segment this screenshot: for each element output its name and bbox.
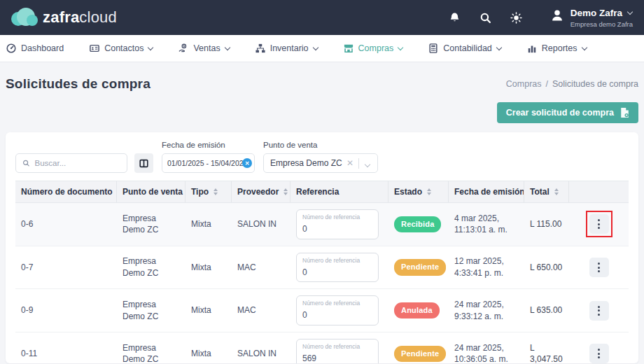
col-header-actions	[569, 181, 629, 202]
sitemap-icon	[255, 43, 265, 53]
breadcrumb-separator: /	[546, 79, 548, 89]
status-badge: Recibida	[394, 216, 441, 232]
nav-item-compras[interactable]: Compras	[344, 43, 403, 53]
status-badge: Pendiente	[394, 259, 446, 275]
cell-proveedor: MAC	[232, 262, 290, 274]
search-icon	[22, 159, 30, 167]
create-purchase-request-button[interactable]: Crear solicitud de compra	[497, 102, 638, 123]
page-title: Solicitudes de compra	[6, 76, 150, 92]
cell-total: L 635.00	[524, 304, 569, 316]
reference-input[interactable]: Número de referencia0	[296, 209, 379, 239]
app-logo[interactable]: zafracloud	[11, 8, 117, 27]
nav-item-reportes[interactable]: Reportes	[527, 43, 587, 53]
chevron-down-icon	[312, 44, 318, 50]
theme-sun-icon[interactable]	[510, 10, 524, 24]
chevron-down-icon	[398, 44, 403, 50]
cell-proveedor: SALON IN	[232, 218, 290, 230]
columns-toggle-button[interactable]	[134, 153, 153, 173]
store-icon	[344, 43, 354, 53]
nav-item-dashboard[interactable]: Dashboard	[6, 43, 64, 53]
col-header-proveedor[interactable]: Proveedor	[232, 181, 290, 202]
gauge-icon	[6, 43, 16, 53]
search-icon[interactable]	[479, 10, 493, 24]
cell-total: L 3,047.50	[524, 342, 569, 363]
cell-fecha: 4 mar 2025, 11:13:01 a. m.	[449, 213, 524, 237]
cell-fecha: 12 mar 2025, 4:33:41 p. m.	[449, 255, 524, 279]
table-columns-icon	[139, 159, 148, 168]
row-actions-kebab-button[interactable]	[589, 214, 609, 234]
breadcrumb: Compras / Solicitudes de compra	[506, 79, 638, 89]
reference-input[interactable]: Número de referencia569	[296, 339, 379, 363]
cell-punto-venta: Empresa Demo ZC	[117, 255, 186, 279]
sort-icon	[554, 186, 559, 197]
reference-input[interactable]: Número de referencia0	[296, 295, 379, 326]
date-range-input[interactable]: 01/01/2025 - 15/04/2025 ✕	[162, 153, 255, 173]
id-card-icon	[90, 43, 99, 53]
nav-item-inventario[interactable]: Inventario	[255, 43, 318, 53]
purchase-requests-card: Fecha de emisión 01/01/2025 - 15/04/2025…	[6, 132, 638, 363]
hand-dollar-icon	[178, 43, 188, 53]
cell-proveedor: SALON IN	[232, 348, 290, 360]
nav-item-ventas[interactable]: Ventas	[178, 43, 229, 53]
cloud-logo-icon	[11, 8, 38, 27]
col-header-punto-venta[interactable]: Punto de venta	[117, 181, 186, 202]
pos-select[interactable]: Empresa Demo ZC ✕	[263, 153, 378, 173]
status-badge: Anulada	[394, 302, 440, 318]
table-header-row: Número de documento Punto de venta Tipo …	[15, 181, 629, 203]
cell-proveedor: MAC	[232, 304, 290, 316]
user-name: Demo Zafra	[570, 8, 622, 18]
row-actions-kebab-button[interactable]	[589, 258, 609, 277]
breadcrumb-current: Solicitudes de compra	[552, 79, 638, 89]
user-company: Empresa demo Zafra	[570, 20, 633, 28]
table-row: 0-11 Empresa Demo ZC Mixta SALON IN Núme…	[15, 332, 629, 363]
cell-total: L 115.00	[524, 218, 569, 230]
row-actions-kebab-button[interactable]	[589, 301, 609, 321]
cell-fecha: 24 mar 2025, 10:36:05 a. m.	[449, 342, 524, 363]
chevron-down-icon	[581, 44, 587, 50]
main-nav: Dashboard Contactos Ventas Inventario Co…	[0, 35, 644, 62]
nav-item-contactos[interactable]: Contactos	[90, 43, 153, 53]
col-header-estado[interactable]: Estado	[388, 181, 449, 202]
red-highlight-annotation	[586, 211, 612, 237]
cell-documento: 0-7	[15, 262, 117, 274]
calculator-icon	[428, 43, 438, 53]
clear-pos-icon[interactable]: ✕	[345, 158, 358, 168]
bell-icon[interactable]	[448, 10, 462, 24]
sort-icon	[284, 186, 288, 197]
col-header-total[interactable]: Total	[524, 181, 569, 202]
cell-tipo: Mixta	[186, 262, 232, 274]
table-row: 0-6 Empresa Demo ZC Mixta SALON IN Númer…	[15, 203, 629, 246]
cell-documento: 0-11	[15, 348, 117, 360]
cell-punto-venta: Empresa Demo ZC	[117, 213, 186, 237]
breadcrumb-compras[interactable]: Compras	[506, 79, 542, 89]
row-actions-kebab-button[interactable]	[589, 344, 609, 363]
sort-icon	[427, 186, 431, 197]
col-header-tipo[interactable]: Tipo	[186, 181, 232, 202]
col-header-referencia: Referencia	[290, 181, 388, 202]
chevron-down-icon	[148, 44, 153, 50]
cell-documento: 0-6	[15, 218, 117, 230]
cell-fecha: 24 mar 2025, 9:33:12 a. m.	[449, 299, 524, 323]
nav-item-contabilidad[interactable]: Contabilidad	[428, 43, 501, 53]
chevron-down-icon	[627, 8, 633, 14]
table-row: 0-7 Empresa Demo ZC Mixta MAC Número de …	[15, 246, 629, 290]
col-header-fecha[interactable]: Fecha de emisión	[449, 181, 524, 202]
user-avatar-icon	[550, 8, 564, 25]
bar-chart-icon	[527, 43, 537, 53]
file-plus-icon	[620, 108, 629, 118]
status-badge: Pendiente	[394, 346, 446, 362]
brand-name: zafracloud	[43, 8, 117, 27]
cell-tipo: Mixta	[186, 218, 232, 230]
date-filter-label: Fecha de emisión	[162, 141, 255, 149]
chevron-down-icon	[496, 44, 502, 50]
search-input-wrapper	[15, 153, 127, 173]
col-header-documento[interactable]: Número de documento	[15, 181, 117, 202]
reference-input[interactable]: Número de referencia0	[296, 253, 379, 283]
pos-filter-label: Punto de venta	[263, 141, 378, 149]
clear-date-icon[interactable]: ✕	[242, 158, 252, 168]
cell-tipo: Mixta	[186, 304, 232, 316]
purchase-requests-table: Número de documento Punto de venta Tipo …	[15, 181, 629, 363]
search-input[interactable]	[35, 159, 121, 167]
user-menu[interactable]: Demo Zafra Empresa demo Zafra	[550, 8, 633, 28]
table-row: 0-9 Empresa Demo ZC Mixta MAC Número de …	[15, 289, 629, 332]
